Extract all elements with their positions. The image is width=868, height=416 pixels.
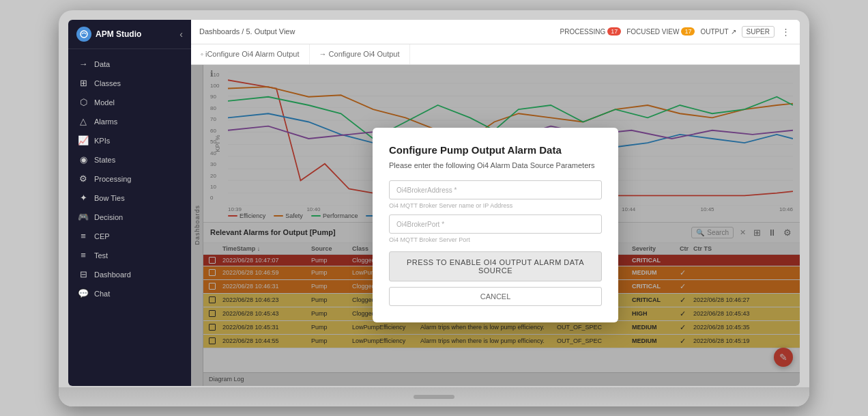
sidebar-item-model[interactable]: ⬡ Model <box>68 93 191 112</box>
sidebar-item-alarms[interactable]: △ Alarms <box>68 112 191 131</box>
sidebar-item-label-kpis: KPIs <box>94 137 110 145</box>
apm-logo <box>76 27 91 42</box>
content-row: Dashboards ℹ KPI % 110100908070605040302… <box>191 65 800 386</box>
sidebar-item-label-bowties: Bow Ties <box>94 194 125 202</box>
sidebar-item-cep[interactable]: ≡ CEP <box>68 227 191 246</box>
processing-count: 17 <box>607 27 621 36</box>
sidebar-item-label-alarms: Alarms <box>94 117 117 126</box>
chat-icon: 💬 <box>78 288 89 299</box>
topbar: Dashboards / 5. Output View PROCESSING 1… <box>191 20 800 44</box>
tab-configure-oi4-output-label: → Configure Oi4 Output <box>319 50 400 58</box>
decision-icon: 🎮 <box>78 212 89 223</box>
sidebar: APM Studio ‹ → Data ⊞ Classes ⬡ Model <box>68 20 191 386</box>
tab-configure-oi4-output[interactable]: → Configure Oi4 Output <box>310 44 410 64</box>
sidebar-item-label-classes: Classes <box>94 79 121 87</box>
sidebar-item-processing[interactable]: ⚙ Processing <box>68 169 191 189</box>
sidebar-collapse-icon[interactable]: ‹ <box>179 29 183 40</box>
tab-configure-oi4-alarm-label: ◦ iConfigure Oi4 Alarm Output <box>201 50 300 58</box>
sidebar-item-classes[interactable]: ⊞ Classes <box>68 74 191 93</box>
main-content: Dashboards / 5. Output View PROCESSING 1… <box>191 20 800 386</box>
tab-configure-oi4-alarm[interactable]: ◦ iConfigure Oi4 Alarm Output <box>191 44 310 64</box>
sidebar-item-label-test: Test <box>94 251 108 260</box>
cancel-button[interactable]: CANCEL <box>389 287 602 306</box>
sidebar-item-label-decision: Decision <box>94 213 123 221</box>
modal-title: Configure Pump Output Alarm Data <box>389 144 602 156</box>
svg-point-0 <box>81 31 87 38</box>
data-icon: → <box>78 59 89 70</box>
enable-datasource-button[interactable]: PRESS TO ENABLE OI4 OUTPUT ALARM DATA SO… <box>389 251 602 281</box>
topbar-right: PROCESSING 17 FOCUSED VIEW 17 OUTPUT ↗ S… <box>560 26 792 38</box>
modal-box: Configure Pump Output Alarm Data Please … <box>373 128 618 322</box>
broker-port-input[interactable] <box>389 214 602 234</box>
sidebar-item-label-data: Data <box>94 60 110 68</box>
modal-subtitle: Please enter the following Oi4 Alarm Dat… <box>389 161 602 169</box>
sidebar-item-label-states: States <box>94 156 115 164</box>
sidebar-item-decision[interactable]: 🎮 Decision <box>68 208 191 227</box>
classes-icon: ⊞ <box>78 78 89 89</box>
sidebar-item-label-processing: Processing <box>94 175 131 183</box>
focused-label: FOCUSED VIEW <box>626 28 679 36</box>
sidebar-title: APM Studio <box>96 29 141 39</box>
broker-address-hint: Oi4 MQTT Broker Server name or IP Addres… <box>389 202 602 209</box>
processing-badge: PROCESSING 17 <box>560 27 621 36</box>
sidebar-item-label-cep: CEP <box>94 232 110 240</box>
sidebar-header: APM Studio ‹ <box>68 20 191 49</box>
menu-icon[interactable]: ⋮ <box>780 27 792 37</box>
output-label: OUTPUT <box>700 28 728 36</box>
sidebar-nav: → Data ⊞ Classes ⬡ Model △ Alarms <box>68 49 191 386</box>
sidebar-item-label-chat: Chat <box>94 290 110 298</box>
model-icon: ⬡ <box>78 97 89 108</box>
kpis-icon: 📈 <box>78 135 89 146</box>
broker-port-hint: Oi4 MQTT Broker Server Port <box>389 236 602 243</box>
focused-badge: FOCUSED VIEW 17 <box>626 27 695 36</box>
sidebar-item-test[interactable]: ≡ Test <box>68 246 191 265</box>
cep-icon: ≡ <box>78 231 89 242</box>
sidebar-item-bowties[interactable]: ✦ Bow Ties <box>68 189 191 208</box>
alarms-icon: △ <box>78 116 89 127</box>
output-badge: OUTPUT ↗ <box>700 28 736 36</box>
focused-count: 17 <box>681 27 695 36</box>
sidebar-item-chat[interactable]: 💬 Chat <box>68 284 191 303</box>
sidebar-item-data[interactable]: → Data <box>68 55 191 74</box>
sidebar-item-label-model: Model <box>94 98 115 107</box>
sidebar-item-states[interactable]: ◉ States <box>68 150 191 169</box>
states-icon: ◉ <box>78 154 89 165</box>
modal-overlay: Configure Pump Output Alarm Data Please … <box>191 65 800 386</box>
super-button[interactable]: SUPER <box>742 26 775 38</box>
sidebar-item-label-dashboard: Dashboard <box>94 271 131 279</box>
processing-icon: ⚙ <box>78 174 89 184</box>
tabs-row: ◦ iConfigure Oi4 Alarm Output → Configur… <box>191 44 800 65</box>
sidebar-item-dashboard[interactable]: ⊟ Dashboard <box>68 265 191 284</box>
dashboard-icon: ⊟ <box>78 269 89 280</box>
output-arrow: ↗ <box>731 28 736 36</box>
broker-address-input[interactable] <box>389 180 602 199</box>
test-icon: ≡ <box>78 250 89 261</box>
breadcrumb: Dashboards / 5. Output View <box>199 27 295 36</box>
sidebar-item-kpis[interactable]: 📈 KPIs <box>68 131 191 150</box>
bowties-icon: ✦ <box>78 193 89 204</box>
processing-label: PROCESSING <box>560 28 605 36</box>
